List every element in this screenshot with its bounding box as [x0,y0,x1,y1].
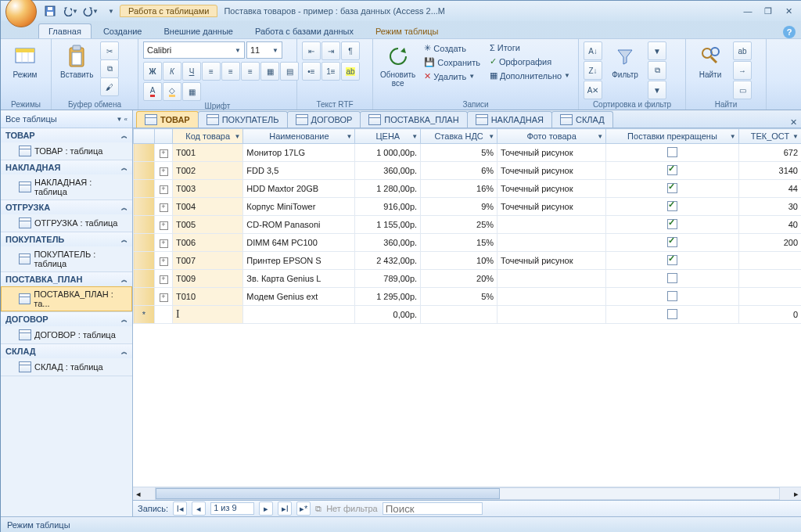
row-selector[interactable] [134,270,155,288]
dropdown-icon[interactable]: ▼ [730,133,736,140]
close-button[interactable]: ✕ [780,4,797,18]
checkbox[interactable] [667,309,677,319]
tab-datasheet[interactable]: Режим таблицы [365,23,449,38]
replace-icon[interactable]: ab [733,41,752,60]
select-all-cell[interactable] [134,129,155,144]
table-row[interactable]: +T007Принтер EPSON S2 432,00р.10%Точечны… [134,252,802,270]
table-row[interactable]: +T003HDD Maxtor 20GB1 280,00р.16%Точечны… [134,180,802,198]
fill-color-icon[interactable]: ◇ [163,82,181,101]
clear-sort-icon[interactable]: A✕ [584,81,602,99]
save-record-button[interactable]: 💾Сохранить [421,56,483,69]
highlight-icon[interactable]: ab [341,62,360,81]
expand-button[interactable]: + [155,270,173,288]
column-header[interactable]: Наименование▼ [243,129,355,144]
spelling-button[interactable]: ✓Орфография [487,55,573,68]
doctab-СКЛАД[interactable]: СКЛАД [551,111,613,128]
doctab-ТОВАР[interactable]: ТОВАР [136,111,199,128]
nav-group-НАКЛАДНАЯ[interactable]: НАКЛАДНАЯ︽ [1,160,132,174]
nav-item[interactable]: ДОГОВОР : таблица [1,326,132,343]
expand-button[interactable]: + [155,216,173,234]
close-tab-button[interactable]: ✕ [785,117,801,128]
format-painter-icon[interactable]: 🖌 [100,77,119,96]
table-row[interactable]: +T009Зв. Карта Genius L789,00р.20% [134,270,802,288]
more-button[interactable]: ▦Дополнительно▼ [487,69,573,82]
doctab-ДОГОВОР[interactable]: ДОГОВОР [287,111,361,128]
column-header[interactable]: Поставки прекращены▼ [606,129,739,144]
sort-asc-icon[interactable]: A↓ [584,41,602,60]
table-row[interactable]: +T002FDD 3,5360,00р.6%Точечный рисунок31… [134,162,802,180]
doctab-ПОКУПАТЕЛЬ[interactable]: ПОКУПАТЕЛЬ [198,111,288,128]
column-header[interactable]: Фото товара▼ [497,129,606,144]
ltr-icon[interactable]: ¶ [341,41,360,60]
tab-external-data[interactable]: Внешние данные [154,23,243,38]
expand-button[interactable]: + [155,144,173,162]
checkbox[interactable] [667,273,677,283]
next-record-button[interactable]: ▸ [259,501,273,516]
bullets-icon[interactable]: •≡ [302,62,321,81]
grid-color-icon[interactable]: ▦ [182,82,201,101]
checkbox[interactable] [667,147,677,157]
dropdown-icon[interactable]: ▼ [597,133,603,140]
table-row[interactable]: +T010Модем Genius ext1 295,00р.5% [134,288,802,306]
qat-customize-icon[interactable]: ▼ [102,2,120,20]
minimize-button[interactable]: — [739,4,756,18]
qat-save-icon[interactable] [41,2,59,20]
checkbox[interactable] [667,237,677,247]
goto-icon[interactable]: → [733,61,752,80]
expand-button[interactable]: + [155,180,173,198]
column-header[interactable]: ЦЕНА▼ [355,129,421,144]
qat-undo-icon[interactable]: ▼ [62,2,79,20]
totals-button[interactable]: ΣИтоги [487,41,573,54]
find-button[interactable]: Найти [691,41,730,81]
dropdown-icon[interactable]: ▼ [347,133,353,140]
expand-button[interactable]: + [155,162,173,180]
first-record-button[interactable]: I◂ [173,501,187,516]
paste-button[interactable]: Вставить [56,41,97,81]
table-row[interactable]: +T001Монитор 17LG1 000,00р.5%Точечный ри… [134,144,802,162]
expand-button[interactable]: + [155,288,173,306]
new-row[interactable]: *I0,00р.0 [134,306,802,324]
doctab-НАКЛАДНАЯ[interactable]: НАКЛАДНАЯ [467,111,552,128]
nav-group-ПОСТАВКА_ПЛАН[interactable]: ПОСТАВКА_ПЛАН︽ [1,272,132,286]
row-selector[interactable] [134,216,155,234]
row-selector[interactable] [134,180,155,198]
align-right-icon[interactable]: ≡ [241,62,260,81]
font-color-icon[interactable]: A [143,82,162,101]
nav-group-СКЛАД[interactable]: СКЛАД︽ [1,344,132,358]
select-icon[interactable]: ▭ [733,81,752,99]
nav-group-ДОГОВОР[interactable]: ДОГОВОР︽ [1,312,132,326]
align-left-icon[interactable]: ≡ [202,62,221,81]
record-position[interactable]: 1 из 9 [210,502,254,515]
selection-filter-icon[interactable]: ▼ [648,41,666,60]
italic-icon[interactable]: К [163,62,181,81]
checkbox[interactable] [667,183,677,193]
dropdown-icon[interactable]: ▼ [792,133,799,140]
sort-desc-icon[interactable]: Z↓ [584,61,602,80]
column-header[interactable]: Код товара▼ [173,129,243,144]
row-selector[interactable] [134,234,155,252]
new-record-nav-button[interactable]: ▸* [296,501,311,516]
font-size-select[interactable]: 11▼ [246,41,282,59]
expand-button[interactable]: + [155,252,173,270]
table-row[interactable]: +T004Корпус MiniTower916,00р.9%Точечный … [134,198,802,216]
nav-group-ОТГРУЗКА[interactable]: ОТГРУЗКА︽ [1,200,132,214]
row-selector[interactable] [134,144,155,162]
checkbox[interactable] [667,165,677,175]
column-header[interactable]: ТЕК_ОСТ▼ [738,129,801,144]
nav-header[interactable]: Все таблицы▼ « [1,110,132,128]
help-icon[interactable]: ? [783,26,796,38]
numbering-icon[interactable]: 1≡ [321,62,340,81]
prev-record-button[interactable]: ◂ [192,501,206,516]
search-input[interactable] [383,502,483,515]
increase-indent-icon[interactable]: ⇥ [321,41,340,60]
alt-row-icon[interactable]: ▤ [280,62,299,81]
tab-create[interactable]: Создание [93,23,153,38]
decrease-indent-icon[interactable]: ⇤ [302,41,321,60]
column-header[interactable]: Ставка НДС▼ [421,129,497,144]
checkbox[interactable] [667,201,677,211]
nav-item[interactable]: ПОКУПАТЕЛЬ : таблица [1,246,132,271]
filter-button[interactable]: Фильтр [605,41,645,81]
advanced-filter-icon[interactable]: ⧉ [648,61,666,80]
dropdown-icon[interactable]: ▼ [488,133,494,140]
row-selector[interactable] [134,162,155,180]
